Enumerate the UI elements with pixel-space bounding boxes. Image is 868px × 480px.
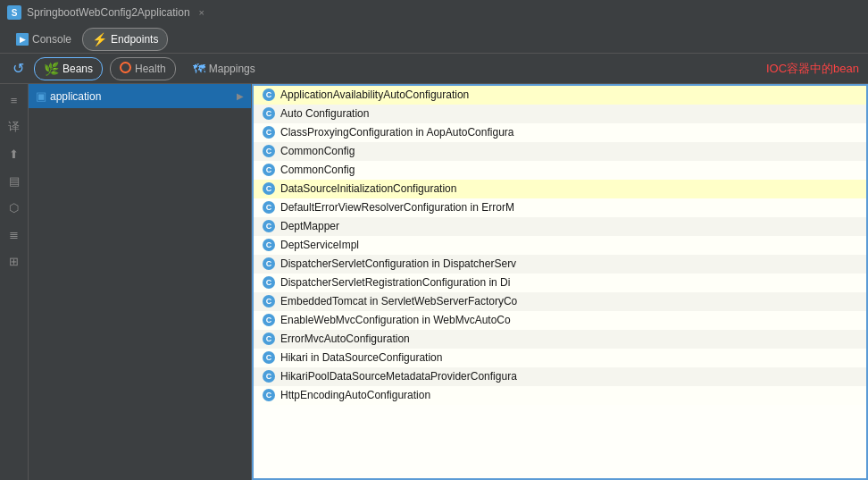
side-icon-6[interactable]: ≣ (4, 223, 25, 245)
bean-name-label: DeptMapper (280, 220, 339, 232)
bean-list-item[interactable]: CDispatcherServletRegistrationConfigurat… (254, 274, 866, 292)
bean-c-icon: C (263, 389, 275, 401)
application-icon: ▣ (36, 89, 46, 103)
bean-name-label: ClassProxyingConfiguration in AopAutoCon… (280, 126, 514, 139)
bean-list-item[interactable]: CCommonConfig (254, 142, 866, 161)
bean-list-item[interactable]: CDeptMapper (254, 217, 866, 236)
bean-list-item[interactable]: CDeptServiceImpl (254, 236, 866, 255)
health-tab-icon (120, 62, 131, 76)
bean-name-label: DefaultErrorViewResolverConfiguration in… (280, 201, 514, 214)
bean-c-icon: C (263, 239, 275, 251)
beans-tab-icon: 🌿 (44, 62, 59, 76)
bean-name-label: EmbeddedTomcat in ServletWebServerFactor… (280, 295, 517, 307)
bean-list-item[interactable]: CDataSourceInitializationConfiguration (254, 180, 866, 198)
bean-c-icon: C (263, 164, 275, 176)
bean-list-panel[interactable]: CApplicationAvailabilityAutoConfiguratio… (252, 84, 868, 480)
ioc-label: IOC容器中的bean (766, 61, 859, 77)
tree-item-arrow: ▶ (237, 91, 244, 101)
bean-name-label: HttpEncodingAutoConfiguration (280, 389, 430, 401)
tree-item-application[interactable]: ▣ application ▶ (29, 84, 251, 108)
bean-name-label: DispatcherServletConfiguration in Dispat… (280, 257, 516, 270)
bean-list-item[interactable]: CEmbeddedTomcat in ServletWebServerFacto… (254, 292, 866, 311)
main-toolbar: ▶ Console ⚡ Endpoints (0, 25, 868, 54)
console-tab-label: Console (32, 33, 71, 46)
bean-c-icon: C (263, 182, 275, 195)
bean-name-label: DeptServiceImpl (280, 239, 359, 251)
side-icon-7[interactable]: ⊞ (4, 250, 25, 272)
side-icon-1[interactable]: ≡ (4, 89, 25, 111)
bean-list-item[interactable]: CClassProxyingConfiguration in AopAutoCo… (254, 123, 866, 142)
bean-name-label: Hikari in DataSourceConfiguration (280, 351, 442, 364)
title-bar-text: SpringbootWebConfig2Application (27, 6, 190, 19)
app-icon: S (7, 5, 21, 20)
bean-list-item[interactable]: CApplicationAvailabilityAutoConfiguratio… (254, 86, 866, 105)
bean-name-label: EnableWebMvcConfiguration in WebMvcAutoC… (280, 314, 511, 326)
bean-name-label: Auto Configuration (280, 107, 369, 120)
health-tab[interactable]: Health (110, 57, 176, 80)
bean-name-label: ApplicationAvailabilityAutoConfiguration (280, 88, 469, 101)
bean-c-icon: C (263, 370, 275, 383)
bean-c-icon: C (263, 201, 275, 214)
endpoints-bar: ↺ 🌿 Beans Health 🗺 Mappings IOC容器中的bean (0, 54, 868, 84)
bean-c-icon: C (263, 276, 275, 289)
title-bar: S SpringbootWebConfig2Application × (0, 0, 868, 25)
bean-list-item[interactable]: CHttpEncodingAutoConfiguration (254, 386, 866, 405)
mappings-tab-label: Mappings (209, 63, 255, 75)
side-icon-3[interactable]: ⬆ (4, 143, 25, 164)
side-icons-panel: ≡ 译 ⬆ ▤ ⬡ ≣ ⊞ (0, 84, 29, 480)
bean-c-icon: C (263, 220, 275, 232)
console-tab[interactable]: ▶ Console (7, 29, 80, 49)
mappings-tab-icon: 🗺 (193, 62, 205, 76)
bean-name-label: DataSourceInitializationConfiguration (280, 182, 456, 195)
bean-list-item[interactable]: CEnableWebMvcConfiguration in WebMvcAuto… (254, 311, 866, 330)
bean-list-item[interactable]: CAuto Configuration (254, 105, 866, 123)
bean-list-item[interactable]: CDispatcherServletConfiguration in Dispa… (254, 255, 866, 274)
bean-c-icon: C (263, 126, 275, 139)
bean-c-icon: C (263, 333, 275, 345)
endpoints-tab-label: Endpoints (111, 33, 158, 46)
bean-c-icon: C (263, 295, 275, 307)
bean-list-item[interactable]: CHikari in DataSourceConfiguration (254, 349, 866, 367)
mappings-tab[interactable]: 🗺 Mappings (183, 57, 265, 80)
endpoints-tab[interactable]: ⚡ Endpoints (82, 28, 168, 51)
refresh-button[interactable]: ↺ (9, 60, 27, 78)
bean-list-item[interactable]: CErrorMvcAutoConfiguration (254, 330, 866, 349)
beans-tab-label: Beans (63, 63, 93, 75)
bean-c-icon: C (263, 88, 275, 101)
bean-list-item[interactable]: CDefaultErrorViewResolverConfiguration i… (254, 198, 866, 217)
close-button[interactable]: × (199, 7, 204, 18)
bean-c-icon: C (263, 107, 275, 120)
application-label: application (50, 90, 101, 103)
bean-name-label: DispatcherServletRegistrationConfigurati… (280, 276, 510, 289)
content-area: ≡ 译 ⬆ ▤ ⬡ ≣ ⊞ ▣ application ▶ CApplicati… (0, 84, 868, 480)
bean-name-label: CommonConfig (280, 145, 355, 157)
bean-c-icon: C (263, 257, 275, 270)
console-icon: ▶ (16, 33, 29, 46)
main-container: ↺ 🌿 Beans Health 🗺 Mappings IOC容器中的bean … (0, 54, 868, 480)
health-tab-label: Health (135, 63, 166, 75)
bean-c-icon: C (263, 351, 275, 364)
tree-panel: ▣ application ▶ (29, 84, 252, 480)
bean-name-label: CommonConfig (280, 164, 355, 176)
side-icon-5[interactable]: ⬡ (4, 197, 25, 218)
side-icon-2[interactable]: 译 (4, 116, 25, 138)
endpoints-icon: ⚡ (92, 32, 107, 46)
bean-list-item[interactable]: CCommonConfig (254, 161, 866, 180)
side-icon-4[interactable]: ▤ (4, 170, 25, 191)
bean-c-icon: C (263, 314, 275, 326)
beans-tab[interactable]: 🌿 Beans (34, 57, 103, 80)
bean-c-icon: C (263, 145, 275, 157)
bean-list-item[interactable]: CHikariPoolDataSourceMetadataProviderCon… (254, 367, 866, 386)
bean-name-label: ErrorMvcAutoConfiguration (280, 333, 410, 345)
bean-name-label: HikariPoolDataSourceMetadataProviderConf… (280, 370, 517, 383)
